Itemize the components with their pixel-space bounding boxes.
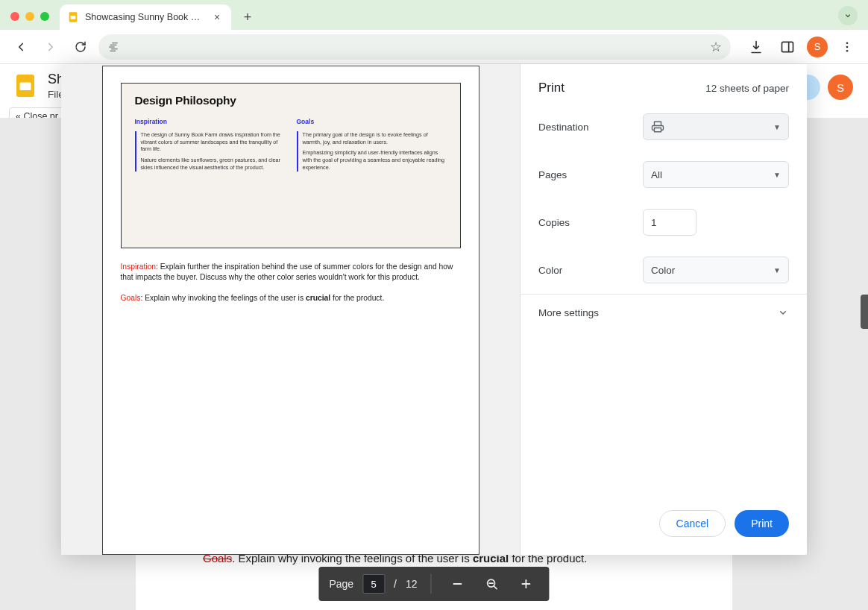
print-preview-pane[interactable]: Design Philosophy Inspiration The design… [61,64,521,555]
user-avatar[interactable]: S [828,75,853,100]
slide-column-goals: Goals The primary goal of the design is … [297,118,447,176]
svg-rect-1 [71,16,76,19]
browser-toolbar: ☆ S [0,30,868,64]
zoom-out-button[interactable] [445,571,471,597]
svg-rect-8 [20,83,31,91]
slide-text: Emphasizing simplicity and user-friendly… [303,149,447,171]
kebab-menu-icon[interactable] [835,35,859,59]
window-controls [10,12,49,21]
browser-tab-strip: Showcasing Sunny Book Farm × + [0,0,868,30]
svg-line-11 [494,586,497,588]
button-label: Print [751,518,773,529]
color-select[interactable]: Color ▼ [643,257,789,283]
bookmark-star-icon[interactable]: ☆ [710,39,722,55]
toolbar-divider [431,574,432,594]
chevron-down-icon: ▼ [773,171,781,179]
current-page-input[interactable]: 5 [362,574,385,594]
color-value: Color [651,265,675,276]
site-settings-icon [107,41,119,53]
more-settings-toggle[interactable]: More settings [521,295,807,330]
slide-text: The design of Sunny Book Farm draws insp… [141,131,285,153]
cancel-button[interactable]: Cancel [659,510,726,537]
svg-point-5 [846,45,849,48]
page-navigation-toolbar: Page 5 / 12 [318,567,549,601]
printer-icon [651,120,664,133]
pages-value: All [651,169,662,180]
zoom-in-button[interactable] [514,571,539,597]
slides-favicon [67,11,79,23]
slide-preview: Design Philosophy Inspiration The design… [121,83,461,248]
svg-point-4 [846,42,849,44]
label-color: Color [538,265,643,276]
print-settings-pane: Print 12 sheets of paper Destination ▼ P… [521,64,807,555]
svg-rect-2 [782,42,793,51]
slide-title: Design Philosophy [135,94,447,107]
column-header: Inspiration [135,118,285,125]
more-settings-label: More settings [538,307,599,318]
button-label: Cancel [676,518,709,529]
window-close-button[interactable] [10,12,19,21]
page-label: Page [329,578,353,590]
address-bar[interactable]: ☆ [98,34,731,60]
note-label: Goals [121,294,141,302]
preview-page: Design Philosophy Inspiration The design… [102,66,479,555]
current-page-value: 5 [371,579,376,590]
print-dialog: Design Philosophy Inspiration The design… [61,64,807,555]
window-minimize-button[interactable] [25,12,34,21]
window-maximize-button[interactable] [40,12,49,21]
note-text: : Explain further the inspiration behind… [121,262,453,281]
speaker-notes: Inspiration: Explain further the inspira… [121,262,461,304]
chevron-down-icon [777,306,789,318]
avatar-letter: S [814,41,821,52]
page-separator: / [394,578,397,590]
note-bold: crucial [306,294,330,302]
back-button[interactable] [9,35,33,59]
label-pages: Pages [538,169,643,180]
total-pages: 12 [406,578,418,590]
chevron-down-icon: ▼ [773,266,781,274]
tab-close-icon[interactable]: × [210,11,224,23]
svg-point-6 [846,49,849,51]
profile-avatar[interactable]: S [807,37,828,57]
slide-column-inspiration: Inspiration The design of Sunny Book Far… [135,118,285,176]
side-panel-icon[interactable] [776,35,799,59]
avatar-letter: S [837,81,844,94]
chevron-down-icon: ▼ [773,123,781,131]
label-destination: Destination [538,122,643,133]
print-button[interactable]: Print [735,510,789,537]
downloads-icon[interactable] [744,35,768,59]
destination-select[interactable]: ▼ [643,113,789,140]
tab-title: Showcasing Sunny Book Farm [85,12,204,22]
slide-text: The primary goal of the design is to evo… [303,131,447,145]
label-copies: Copies [538,217,643,228]
sheets-count: 12 sheets of paper [705,83,789,94]
reload-button[interactable] [69,35,92,59]
browser-tab[interactable]: Showcasing Sunny Book Farm × [60,4,231,30]
copies-input[interactable]: 1 [643,209,696,236]
tab-search-button[interactable] [838,6,858,25]
fit-to-page-button[interactable] [479,571,505,597]
note-text: : Explain why invoking the feelings of t… [140,294,306,302]
note-tail: for the product. [330,294,384,302]
note-label: Inspiration [121,262,157,271]
side-panel-handle[interactable] [861,295,868,329]
slides-logo-icon[interactable] [12,72,39,99]
forward-button[interactable] [39,35,63,59]
copies-value: 1 [651,217,657,228]
new-tab-button[interactable]: + [237,7,258,28]
pages-select[interactable]: All ▼ [643,161,789,188]
column-header: Goals [297,118,447,125]
slide-text: Nature elements like sunflowers, green p… [141,157,285,171]
print-title: Print [538,81,564,95]
